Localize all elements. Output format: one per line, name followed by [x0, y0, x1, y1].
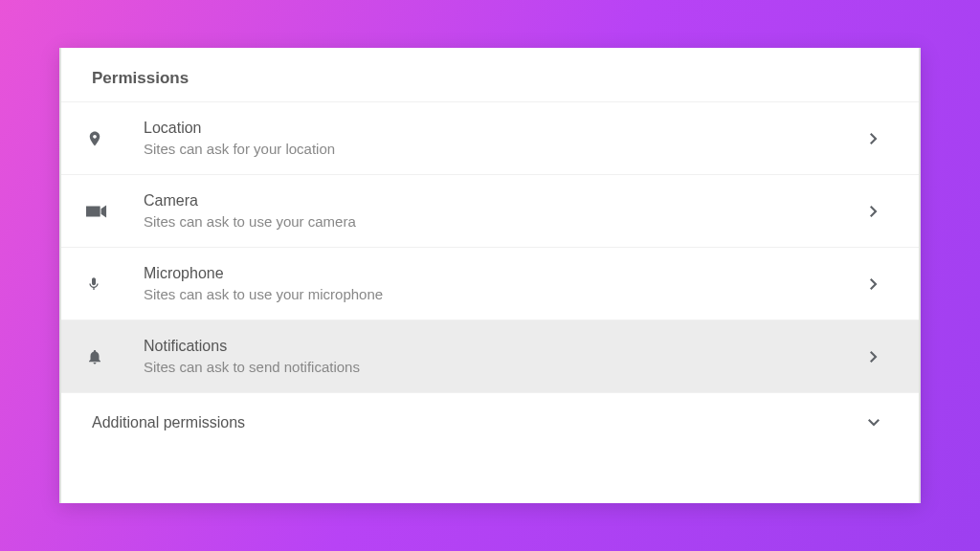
permission-row-notifications[interactable]: Notifications Sites can ask to send noti…	[61, 320, 919, 393]
location-icon	[86, 127, 144, 150]
chevron-right-icon	[859, 133, 888, 144]
permission-title: Camera	[144, 192, 859, 209]
permission-text: Notifications Sites can ask to send noti…	[144, 338, 859, 375]
permission-subtitle: Sites can ask to use your microphone	[144, 286, 859, 302]
chevron-right-icon	[859, 206, 888, 217]
chevron-right-icon	[859, 278, 888, 290]
permission-subtitle: Sites can ask to send notifications	[144, 359, 859, 375]
permission-text: Microphone Sites can ask to use your mic…	[144, 265, 859, 302]
chevron-down-icon	[859, 419, 888, 427]
permissions-list: Location Sites can ask for your location…	[61, 102, 919, 503]
permission-text: Location Sites can ask for your location	[144, 120, 859, 157]
permissions-panel: Permissions Location Sites can ask for y…	[59, 48, 921, 503]
microphone-icon	[86, 274, 144, 295]
panel-header: Permissions	[61, 48, 919, 102]
permission-row-location[interactable]: Location Sites can ask for your location	[61, 102, 919, 175]
permission-title: Notifications	[144, 338, 859, 355]
additional-permissions-label: Additional permissions	[92, 414, 859, 431]
chevron-right-icon	[859, 351, 888, 363]
permission-row-microphone[interactable]: Microphone Sites can ask to use your mic…	[61, 248, 919, 320]
permission-subtitle: Sites can ask for your location	[144, 141, 859, 157]
camera-icon	[86, 204, 144, 219]
permission-row-camera[interactable]: Camera Sites can ask to use your camera	[61, 175, 919, 248]
additional-permissions-row[interactable]: Additional permissions	[61, 393, 919, 452]
permission-subtitle: Sites can ask to use your camera	[144, 213, 859, 230]
permission-text: Camera Sites can ask to use your camera	[144, 192, 859, 230]
bell-icon	[86, 346, 144, 367]
panel-title: Permissions	[92, 69, 888, 88]
permission-title: Location	[144, 120, 859, 137]
permission-title: Microphone	[144, 265, 859, 282]
